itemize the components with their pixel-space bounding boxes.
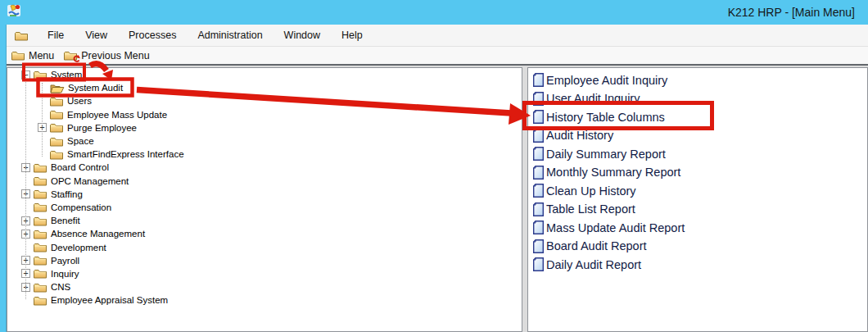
menu-file[interactable]: File — [37, 30, 75, 41]
menu-list-item-employee-audit-inquiry[interactable]: Employee Audit Inquiry — [528, 71, 867, 90]
tree-item-system-audit[interactable]: System Audit — [7, 81, 522, 94]
folder-icon — [34, 70, 47, 80]
tree-item-inquiry[interactable]: + Inquiry — [7, 267, 522, 280]
tree-item-development[interactable]: Development — [7, 240, 522, 253]
menu-list-item-audit-history[interactable]: Audit History — [528, 126, 867, 145]
page-icon — [532, 202, 545, 216]
page-icon — [532, 239, 545, 253]
tree-item-label: Development — [51, 243, 106, 252]
window-title: K212 HRP - [Main Menu] — [728, 0, 855, 25]
folder-icon — [34, 175, 47, 186]
folder-icon — [34, 268, 47, 279]
toolbar-button-menu[interactable]: Menu — [7, 47, 59, 64]
page-icon — [532, 92, 545, 106]
tree-item-board-control[interactable]: + Board Control — [7, 161, 522, 174]
toolbar-button-label: Previous Menu — [81, 50, 149, 61]
page-icon — [532, 110, 545, 124]
tree-item-payroll[interactable]: + Payroll — [7, 254, 522, 267]
menu-list-item-label: Board Audit Report — [546, 239, 647, 252]
menu-list-item-table-list-report[interactable]: Table List Report — [528, 200, 867, 219]
menu-list-item-label: History Table Columns — [546, 111, 665, 124]
folder-icon — [34, 282, 47, 293]
tree-item-cns[interactable]: + CNS — [7, 280, 522, 293]
tree-item-benefit[interactable]: + Benefit — [7, 214, 522, 227]
page-icon — [532, 129, 545, 143]
menu-list-item-mass-update-audit-report[interactable]: Mass Update Audit Report — [528, 219, 867, 238]
tree-item-label: Purge Employee — [67, 123, 137, 133]
tree-item-label: Board Control — [51, 162, 109, 172]
menu-list-item-user-audit-inquiry[interactable]: User Audit Inquiry — [528, 89, 867, 108]
folder-icon — [50, 109, 64, 120]
menu-processes[interactable]: Processes — [118, 30, 187, 41]
folder-icon — [11, 50, 25, 61]
folder-icon — [34, 295, 47, 306]
tree-item-label: Payroll — [51, 256, 79, 266]
app-icon[interactable] — [7, 3, 22, 19]
tree-item-label: Compensation — [51, 202, 111, 212]
tree-item-employee-appraisal-system[interactable]: Employee Appraisal System — [7, 293, 522, 307]
menu-list-item-history-table-columns[interactable]: History Table Columns — [528, 108, 867, 127]
tree-item-compensation[interactable]: Compensation — [7, 201, 522, 214]
mdi-child-folder-icon[interactable] — [15, 30, 29, 41]
tree-item-label: System Audit — [68, 83, 123, 93]
menu-window[interactable]: Window — [274, 30, 331, 41]
tree-item-employee-mass-update[interactable]: Employee Mass Update — [7, 108, 522, 121]
menu-list-item-monthly-summary-report[interactable]: Monthly Summary Report — [528, 163, 867, 182]
menu-items-panel: Employee Audit Inquiry User Audit Inquir… — [527, 67, 868, 332]
menu-administration[interactable]: Administration — [187, 30, 273, 41]
tree-item-label: Space — [67, 136, 94, 146]
tree-item-space[interactable]: Space — [7, 134, 522, 148]
tree-item-smartfindexpress-interface[interactable]: SmartFindExpress Interface — [7, 148, 522, 161]
page-icon — [532, 257, 545, 271]
menu-list-item-label: Daily Audit Report — [546, 258, 641, 271]
tree-item-label: Users — [67, 96, 92, 106]
folder-icon — [34, 255, 47, 266]
folder-icon — [34, 189, 47, 199]
tree-item-purge-employee[interactable]: + Purge Employee — [7, 121, 522, 134]
page-icon — [532, 221, 545, 234]
title-bar: K212 HRP - [Main Menu] — [0, 0, 868, 25]
folder-icon — [50, 136, 64, 147]
navigation-tree-panel: − System System Audit Users Employee Mas… — [7, 67, 522, 332]
menu-list-item-board-audit-report[interactable]: Board Audit Report — [528, 237, 867, 256]
folder-icon — [50, 96, 64, 107]
menu-list-item-label: Table List Report — [546, 202, 635, 216]
menu-list-item-daily-audit-report[interactable]: Daily Audit Report — [528, 256, 867, 275]
tree-item-users[interactable]: Users — [7, 94, 522, 107]
tree-item-label: SmartFindExpress Interface — [67, 149, 184, 159]
toolbar-button-previous-menu[interactable]: Previous Menu — [59, 47, 154, 64]
page-icon — [532, 166, 545, 180]
tree-item-label: CNS — [51, 282, 70, 292]
menu-list-item-label: Employee Audit Inquiry — [546, 74, 667, 87]
menu-list-item-clean-up-history[interactable]: Clean Up History — [528, 182, 867, 201]
toolbar-button-label: Menu — [29, 50, 54, 61]
menu-list-item-label: Audit History — [546, 129, 613, 142]
tree-item-absence-management[interactable]: + Absence Management — [7, 227, 522, 240]
folder-icon — [34, 162, 47, 173]
menu-list-item-daily-summary-report[interactable]: Daily Summary Report — [528, 145, 867, 164]
tree-item-opc-management[interactable]: OPC Management — [7, 175, 522, 188]
menu-view[interactable]: View — [75, 30, 118, 41]
folder-icon — [34, 242, 47, 252]
menu-help[interactable]: Help — [331, 30, 373, 41]
menu-item-list: Employee Audit Inquiry User Audit Inquir… — [528, 68, 867, 331]
mdi-client-area: − System System Audit Users Employee Mas… — [7, 64, 868, 332]
menu-list-item-label: Monthly Summary Report — [546, 166, 680, 179]
tree-connector-line — [42, 83, 43, 157]
folder-icon — [34, 216, 47, 226]
folder-icon — [34, 202, 47, 212]
menu-list-item-label: User Audit Inquiry — [546, 92, 640, 105]
toolbar: MenuPrevious Menu — [7, 47, 868, 64]
window-frame-left — [0, 25, 7, 332]
page-icon — [532, 73, 545, 87]
tree-item-label: Employee Mass Update — [67, 110, 167, 120]
menu-list-item-label: Mass Update Audit Report — [546, 221, 685, 234]
menu-list-item-label: Clean Up History — [546, 184, 636, 198]
tree-item-label: Staffing — [51, 189, 83, 199]
tree-item-label: Employee Appraisal System — [51, 295, 168, 305]
tree-item-system[interactable]: − System — [7, 68, 522, 81]
tree-item-label: Absence Management — [51, 229, 145, 239]
folder-icon — [50, 122, 64, 133]
tree-item-label: System — [51, 70, 82, 80]
tree-item-staffing[interactable]: + Staffing — [7, 188, 522, 201]
